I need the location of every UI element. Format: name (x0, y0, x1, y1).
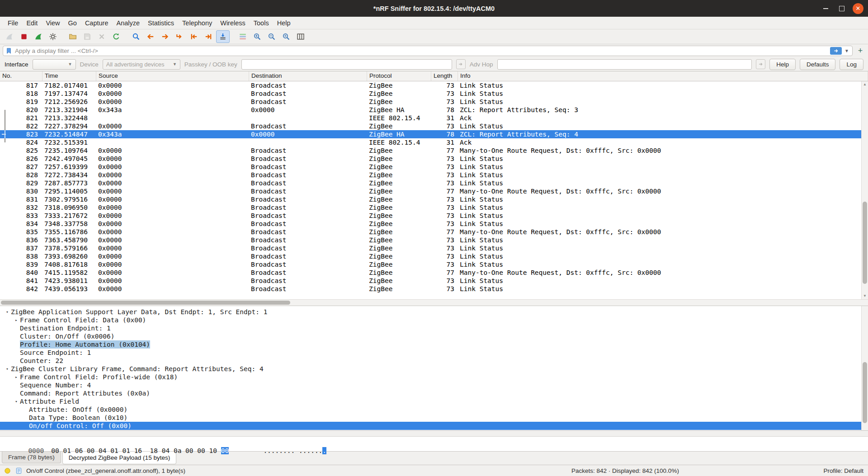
hex-row[interactable]: 000000 01 06 00 04 01 01 16 18 04 0a 00 … (0, 438, 868, 447)
menu-tools[interactable]: Tools (250, 18, 273, 28)
detail-line[interactable]: Cluster: On/Off (0x0006) (0, 332, 861, 340)
menu-analyze[interactable]: Analyze (112, 18, 144, 28)
packet-row-817[interactable]: 8177182.0174010x0000BroadcastZigBee73Lin… (0, 81, 861, 90)
menu-go[interactable]: Go (64, 18, 81, 28)
go-to-packet-icon[interactable] (173, 30, 186, 43)
menu-help[interactable]: Help (273, 18, 295, 28)
go-first-icon[interactable] (187, 30, 201, 43)
scroll-down-icon[interactable]: ▼ (862, 293, 868, 299)
menu-edit[interactable]: Edit (22, 18, 42, 28)
filter-input[interactable]: Apply a display filter ... <Ctrl-/> ▼ (3, 46, 853, 56)
column-header-source[interactable]: Source (96, 71, 249, 81)
filter-dropdown-icon[interactable]: ▼ (844, 48, 850, 53)
detail-line[interactable]: ▸Frame Control Field: Profile-wide (0x18… (0, 373, 861, 381)
packet-row-829[interactable]: 8297287.8577730x0000BroadcastZigBee73Lin… (0, 179, 861, 187)
packet-row-840[interactable]: 8407415.1195820x0000BroadcastZigBee77Man… (0, 269, 861, 277)
expander-open-icon[interactable]: ▾ (4, 308, 11, 316)
restart-capture-icon[interactable] (32, 30, 45, 43)
packet-row-827[interactable]: 8277257.6193990x0000BroadcastZigBee73Lin… (0, 163, 861, 171)
column-header-time[interactable]: Time (42, 71, 96, 81)
open-file-icon[interactable] (66, 30, 80, 43)
detail-line[interactable]: Destination Endpoint: 1 (0, 324, 861, 332)
log-button[interactable]: Log (840, 59, 863, 70)
menu-telephony[interactable]: Telephony (178, 18, 216, 28)
column-header-length[interactable]: Length (431, 71, 458, 81)
packet-row-826[interactable]: 8267242.4970450x0000BroadcastZigBee73Lin… (0, 155, 861, 163)
detail-line[interactable]: ▾ZigBee Cluster Library Frame, Command: … (0, 365, 861, 373)
capture-comment-icon[interactable] (15, 467, 23, 475)
go-forward-icon[interactable] (158, 30, 172, 43)
packet-row-839[interactable]: 8397408.8176180x0000BroadcastZigBee73Lin… (0, 260, 861, 269)
details-vertical-scrollbar[interactable] (861, 306, 868, 430)
hex-ascii[interactable]: ........ ....... (240, 438, 326, 447)
menu-capture[interactable]: Capture (81, 18, 113, 28)
detail-line[interactable]: ▸Frame Control Field: Data (0x00) (0, 316, 861, 324)
menu-wireless[interactable]: Wireless (216, 18, 250, 28)
start-capture-icon[interactable] (3, 30, 16, 43)
save-file-icon[interactable] (80, 30, 94, 43)
packet-row-832[interactable]: 8327318.0969500x0000BroadcastZigBee73Lin… (0, 203, 861, 212)
column-header-protocol[interactable]: Protocol (367, 71, 431, 81)
auto-scroll-icon[interactable] (216, 30, 230, 43)
horizontal-scroll-thumb[interactable] (1, 301, 290, 305)
detail-line[interactable]: Source Endpoint: 1 (0, 349, 861, 357)
passkey-apply-icon[interactable] (456, 59, 466, 69)
packet-row-838[interactable]: 8387393.6982600x0000BroadcastZigBee73Lin… (0, 252, 861, 260)
packet-row-824[interactable]: 8247232.515391IEEE 802.15.431Ack (0, 138, 861, 146)
packet-list-vertical-scrollbar[interactable]: ▲ ▼ (861, 81, 868, 299)
passkey-input[interactable] (241, 59, 452, 70)
detail-line[interactable]: Attribute: OnOff (0x0000) (0, 405, 861, 414)
zoom-out-icon[interactable] (265, 30, 278, 43)
packet-row-822[interactable]: 8227227.3782940x0000BroadcastZigBee73Lin… (0, 122, 861, 130)
detail-line[interactable]: Profile: Home Automation (0x0104) (0, 340, 861, 349)
menu-view[interactable]: View (42, 18, 64, 28)
column-header-info[interactable]: Info (458, 71, 868, 81)
maximize-button[interactable] (836, 3, 847, 14)
expander-closed-icon[interactable]: ▸ (13, 316, 20, 324)
detail-line[interactable]: Sequence Number: 4 (0, 381, 861, 389)
bookmark-icon[interactable] (5, 47, 12, 54)
detail-line[interactable]: Command: Report Attributes (0x0a) (0, 389, 861, 397)
packet-row-818[interactable]: 8187197.1374740x0000BroadcastZigBee73Lin… (0, 90, 861, 98)
go-last-icon[interactable] (202, 30, 215, 43)
expander-closed-icon[interactable]: ▸ (13, 373, 20, 381)
column-header-destination[interactable]: Destination (249, 71, 367, 81)
go-back-icon[interactable] (144, 30, 157, 43)
menu-file[interactable]: File (4, 18, 22, 28)
packet-row-821[interactable]: 8217213.322448IEEE 802.15.431Ack (0, 114, 861, 122)
packet-row-819[interactable]: 8197212.2569260x0000BroadcastZigBee73Lin… (0, 98, 861, 106)
scroll-up-icon[interactable]: ▲ (862, 82, 868, 87)
stop-capture-icon[interactable] (17, 30, 31, 43)
expander-open-icon[interactable]: ▾ (4, 365, 11, 373)
defaults-button[interactable]: Defaults (800, 59, 836, 70)
packet-row-837[interactable]: 8377378.5791660x0000BroadcastZigBee73Lin… (0, 244, 861, 252)
packet-row-835[interactable]: 8357355.1167860x0000BroadcastZigBee77Man… (0, 228, 861, 236)
hex-selected-byte[interactable]: 00 (221, 447, 229, 454)
packet-row-828[interactable]: 8287272.7384340x0000BroadcastZigBee73Lin… (0, 171, 861, 179)
column-header-no[interactable]: No. (0, 71, 42, 81)
close-file-icon[interactable] (95, 30, 108, 43)
detail-line[interactable]: ▾ZigBee Application Support Layer Data, … (0, 308, 861, 316)
pane-splitter[interactable] (0, 430, 868, 437)
packet-row-834[interactable]: 8347348.3377580x0000BroadcastZigBee73Lin… (0, 220, 861, 228)
packet-row-830[interactable]: 8307295.1140050x0000BroadcastZigBee77Man… (0, 187, 861, 195)
detail-line[interactable]: On/off Control: Off (0x00) (0, 422, 861, 430)
packet-row-841[interactable]: 8417423.9380110x0000BroadcastZigBee73Lin… (0, 277, 861, 285)
packet-list-scroll-thumb[interactable] (863, 202, 867, 284)
expander-open-icon[interactable]: ▾ (13, 397, 20, 405)
zoom-normal-icon[interactable] (279, 30, 293, 43)
zoom-in-icon[interactable] (250, 30, 264, 43)
reload-icon[interactable] (109, 30, 123, 43)
packet-row-823[interactable]: 8237232.5148470x343a0x0000ZigBee HA78ZCL… (0, 130, 861, 138)
packet-row-831[interactable]: 8317302.9795160x0000BroadcastZigBee73Lin… (0, 195, 861, 203)
detail-line[interactable]: Counter: 22 (0, 357, 861, 365)
minimize-button[interactable] (820, 3, 831, 14)
adv-hop-apply-icon[interactable] (756, 59, 765, 69)
detail-line[interactable]: ▾Attribute Field (0, 397, 861, 405)
interface-select[interactable]: ▼ (33, 59, 76, 70)
apply-filter-icon[interactable] (830, 47, 842, 55)
packet-row-842[interactable]: 8427439.0561930x0000BroadcastZigBee73Lin… (0, 285, 861, 293)
hex-view[interactable]: 000000 01 06 00 04 01 01 16 18 04 0a 00 … (0, 437, 868, 451)
packet-row-820[interactable]: 8207213.3219040x343a0x0000ZigBee HA78ZCL… (0, 106, 861, 114)
find-packet-icon[interactable] (129, 30, 143, 43)
